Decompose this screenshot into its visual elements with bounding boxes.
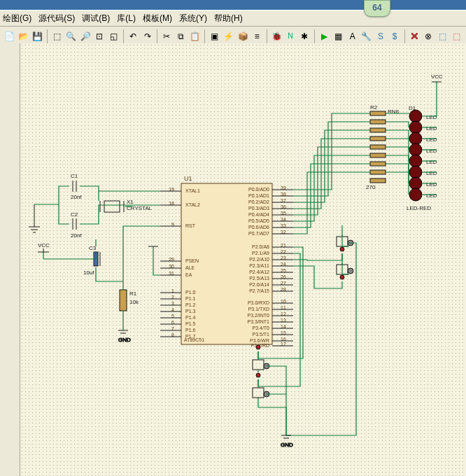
open-button[interactable]: 📂 [17, 28, 30, 45]
svg-point-160 [409, 132, 422, 145]
svg-text:EA: EA [185, 272, 192, 277]
titlebar [0, 0, 466, 10]
tools-button[interactable]: 🔧 [360, 28, 373, 45]
svg-text:P0.3/AD3: P0.3/AD3 [248, 206, 269, 211]
svg-text:RN8: RN8 [388, 108, 400, 115]
svg-point-164 [409, 177, 422, 190]
svg-text:RST: RST [185, 223, 196, 228]
opt1-button[interactable]: ⬚ [436, 28, 449, 45]
svg-text:P0.4/AD4: P0.4/AD4 [248, 212, 269, 217]
pkg-button[interactable]: 📦 [236, 28, 249, 45]
svg-point-183 [256, 345, 260, 349]
svg-text:LED: LED [426, 181, 437, 188]
svg-point-180 [340, 275, 344, 279]
bom-button[interactable]: $ [388, 28, 402, 45]
svg-text:P2.6/A14: P2.6/A14 [249, 282, 269, 287]
svg-rect-114 [104, 201, 120, 212]
svg-text:VCC: VCC [38, 242, 50, 248]
svg-text:LED: LED [426, 148, 437, 154]
menu-help[interactable]: 帮助(H) [214, 11, 243, 25]
new-button[interactable]: 📄 [3, 28, 16, 45]
svg-rect-149 [370, 136, 386, 141]
svg-text:P0.0/AD0: P0.0/AD0 [248, 187, 269, 192]
editprop-button[interactable]: 🐞 [270, 28, 283, 45]
svg-text:P1.2: P1.2 [185, 302, 196, 307]
cut-button[interactable]: ✂ [160, 28, 174, 45]
svg-text:20nf: 20nf [71, 232, 82, 239]
redo-button[interactable]: ↷ [141, 28, 154, 45]
svg-rect-146 [370, 111, 386, 115]
svg-text:P3.6/WR: P3.6/WR [250, 338, 269, 343]
search-button[interactable]: ✱ [298, 28, 311, 45]
svg-point-163 [409, 166, 422, 178]
svg-text:C2: C2 [71, 211, 78, 218]
zoom-in-button[interactable]: 🔍 [64, 28, 78, 45]
svg-text:P0.2/AD2: P0.2/AD2 [248, 200, 269, 204]
menu-draw[interactable]: 绘图(G) [3, 11, 31, 25]
schematic-canvas[interactable]: U1 AT89C51 XTAL119 XTAL218 RST9 PSEN29 A… [20, 43, 466, 476]
svg-text:P1.7: P1.7 [185, 334, 196, 339]
svg-text:CRYSTAL: CRYSTAL [127, 205, 153, 211]
del-button[interactable]: ⊗ [422, 28, 435, 45]
pick-button[interactable]: ⚡ [222, 28, 235, 45]
svg-text:P0.6/AD6: P0.6/AD6 [248, 225, 269, 230]
opt2-button[interactable]: ⬚ [450, 28, 463, 45]
svg-text:P2.3/A11: P2.3/A11 [249, 263, 269, 268]
netlist-button[interactable]: ▦ [332, 28, 345, 45]
zoom-area-button[interactable]: ◱ [107, 28, 120, 45]
cap-c3[interactable]: C310uf [83, 245, 100, 276]
svg-text:P3.1/TXD: P3.1/TXD [248, 307, 269, 312]
svg-text:GND: GND [281, 442, 293, 448]
svg-text:R1: R1 [129, 290, 137, 297]
block-copy-button[interactable]: ▣ [208, 28, 221, 45]
menu-debug[interactable]: 调试(B) [82, 11, 110, 25]
svg-text:LED-RED: LED-RED [407, 205, 431, 211]
svg-text:P1.3: P1.3 [185, 309, 196, 314]
schematic-svg: U1 AT89C51 XTAL119 XTAL218 RST9 PSEN29 A… [20, 43, 466, 476]
run-button[interactable]: ▶ [318, 28, 331, 45]
export-button[interactable]: S [374, 28, 387, 45]
svg-text:P1.0: P1.0 [185, 290, 196, 295]
menubar: 绘图(G) 源代码(S) 调试(B) 库(L) 模板(M) 系统(Y) 帮助(H… [0, 10, 466, 27]
svg-text:C1: C1 [71, 173, 78, 179]
wire-button[interactable]: Ｎ [284, 28, 297, 45]
ares-button[interactable]: 🗙 [408, 28, 421, 45]
copy-button[interactable]: ⧉ [174, 28, 188, 45]
svg-point-182 [348, 268, 353, 274]
svg-text:P2.1/A9: P2.1/A9 [252, 251, 269, 255]
svg-text:P3.2/INT0: P3.2/INT0 [247, 313, 269, 318]
svg-rect-184 [253, 360, 264, 370]
svg-text:GND: GND [118, 337, 131, 343]
menu-system[interactable]: 系统(Y) [179, 11, 207, 25]
svg-text:X1: X1 [127, 199, 134, 205]
svg-text:20nf: 20nf [71, 194, 82, 200]
region-button[interactable]: ⬚ [50, 28, 64, 45]
svg-text:VCC: VCC [431, 74, 443, 80]
app-window: 64 绘图(G) 源代码(S) 调试(B) 库(L) 模板(M) 系统(Y) 帮… [0, 0, 466, 476]
score-badge: 64 [364, 0, 390, 17]
zoom-out-button[interactable]: 🔎 [79, 28, 92, 45]
res-r1[interactable]: R110k [120, 290, 139, 311]
cap-c2[interactable]: C220nf [71, 211, 82, 239]
led-array[interactable]: D1 LEDLEDLEDLED LEDLEDLEDLED LED-RED [407, 105, 437, 211]
svg-point-165 [409, 188, 422, 201]
menu-lib[interactable]: 库(L) [117, 11, 136, 25]
paste-button[interactable]: 📋 [188, 28, 202, 45]
erc-button[interactable]: A [346, 28, 359, 45]
menu-template[interactable]: 模板(M) [143, 11, 172, 25]
svg-text:10uf: 10uf [83, 270, 94, 276]
vcc-led: VCC [431, 74, 443, 82]
decompose-button[interactable]: ≡ [250, 28, 264, 45]
svg-rect-135 [120, 290, 127, 311]
zoom-fit-button[interactable]: ⊡ [93, 28, 106, 45]
svg-rect-152 [370, 162, 386, 166]
svg-text:P1.1: P1.1 [185, 296, 196, 301]
svg-text:LED: LED [426, 114, 437, 120]
svg-point-159 [409, 121, 422, 134]
save-button[interactable]: 💾 [31, 28, 44, 45]
menu-source[interactable]: 源代码(S) [38, 11, 75, 25]
svg-text:LED: LED [426, 170, 437, 176]
undo-button[interactable]: ↶ [127, 28, 140, 45]
ref-u1: U1 [184, 175, 192, 182]
svg-text:P3.5/T1: P3.5/T1 [252, 332, 269, 337]
